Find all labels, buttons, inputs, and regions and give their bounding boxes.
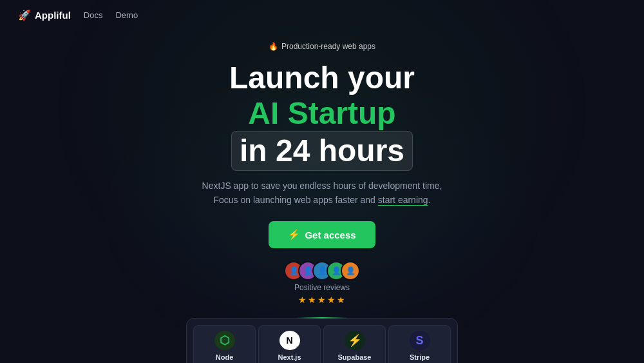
next.js-icon: N <box>279 331 300 350</box>
nav-docs[interactable]: Docs <box>84 10 103 20</box>
positive-reviews-label: Positive reviews <box>294 283 350 292</box>
subtitle-line2-end: . <box>428 195 431 205</box>
tech-grid-container: ⬡NodeRuntimeNNext.jsFramework⚡SupabaseSQ… <box>0 318 644 363</box>
tech-card-node: ⬡NodeRuntime <box>193 325 256 363</box>
navbar: 🚀 Appliful Docs Demo <box>0 0 644 30</box>
badge: 🔥 Production-ready web apps <box>269 42 375 51</box>
tech-card-nextjs: NNext.jsFramework <box>258 325 321 363</box>
social-proof: 👤 👤 👤 👤 👤 Positive reviews ★★★★★ <box>284 261 360 305</box>
tech-name-nextjs: Next.js <box>278 353 301 361</box>
logo[interactable]: 🚀 Appliful <box>18 9 71 21</box>
cta-emoji: ⚡ <box>288 229 300 240</box>
hero-section: 🔥 Production-ready web apps Launch your … <box>0 30 644 318</box>
avatars: 👤 👤 👤 👤 👤 <box>284 261 360 280</box>
avatar-5: 👤 <box>341 261 360 280</box>
rocket-icon: 🚀 <box>18 9 31 21</box>
supabase-icon: ⚡ <box>345 331 365 350</box>
tech-grid: ⬡NodeRuntimeNNext.jsFramework⚡SupabaseSQ… <box>186 318 458 363</box>
tech-name-node: Node <box>216 353 234 361</box>
tech-name-stripe: Stripe <box>410 353 430 361</box>
stripe-icon: S <box>410 331 430 350</box>
badge-emoji: 🔥 <box>269 42 278 51</box>
hero-title: Launch your AI Startup in 24 hours <box>229 60 415 171</box>
title-ai-startup: AI Startup <box>248 96 395 130</box>
tech-card-stripe: SStripePayments <box>388 325 451 363</box>
node-icon: ⬡ <box>214 331 235 350</box>
tech-name-supabase: Supabase <box>338 353 372 361</box>
title-line1: Launch your <box>229 61 415 95</box>
stars-rating: ★★★★★ <box>298 295 346 305</box>
cta-button[interactable]: ⚡ Get access <box>269 221 375 248</box>
subtitle-line2-underline: start earning <box>378 195 428 205</box>
cta-label: Get access <box>305 230 355 240</box>
title-line3: in 24 hours <box>240 133 404 168</box>
subtitle-line2-start: Focus on launching web apps faster and <box>213 195 377 205</box>
subtitle-line1: NextJS app to save you endless hours of … <box>202 181 442 191</box>
hero-subtitle: NextJS app to save you endless hours of … <box>202 179 442 208</box>
nav-demo[interactable]: Demo <box>115 10 138 20</box>
tech-card-supabase: ⚡SupabaseSQL Database <box>323 325 386 363</box>
logo-text: Appliful <box>35 10 71 21</box>
badge-text: Production-ready web apps <box>281 42 375 51</box>
